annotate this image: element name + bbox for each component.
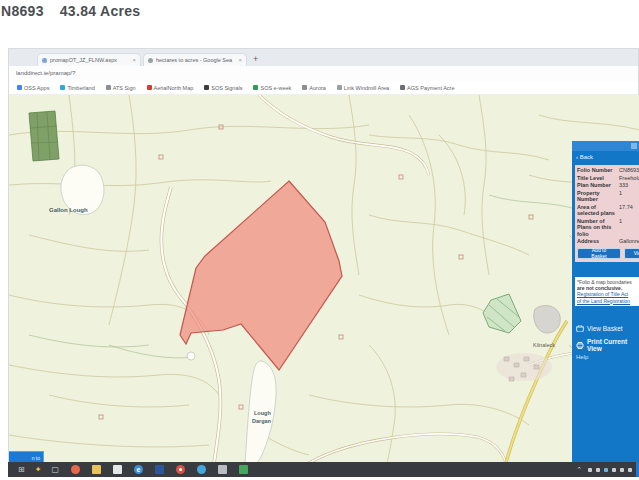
tab-close-icon[interactable]: × xyxy=(132,57,136,63)
print-current-view-link[interactable]: Print Current View xyxy=(576,338,639,352)
tray-icon[interactable] xyxy=(628,468,632,472)
tray-chevron-icon[interactable]: ⌃ xyxy=(576,466,582,474)
forest-patch-east xyxy=(483,294,521,333)
forest-patch-northwest xyxy=(29,111,59,161)
view-basket-link[interactable]: View Basket xyxy=(576,325,623,332)
bookmark-item[interactable]: SOS e-week xyxy=(253,85,291,91)
tab-label: hectares to acres - Google Sea xyxy=(156,57,235,63)
start-button[interactable]: ⊞ xyxy=(18,465,25,474)
help-link[interactable]: Help xyxy=(576,354,588,360)
close-icon[interactable] xyxy=(631,143,637,149)
green-app-icon[interactable] xyxy=(239,465,248,474)
bookmark-item[interactable]: OSS Apps xyxy=(17,85,49,91)
town-label: Kilnaleck xyxy=(533,342,555,348)
panel-header xyxy=(572,141,639,151)
disclaimer-note: *Folio & map boundaries are not conclusi… xyxy=(575,277,639,306)
edge-icon[interactable]: e xyxy=(134,465,143,474)
info-row: Title LevelFreehold xyxy=(577,175,639,182)
new-tab-button[interactable]: + xyxy=(253,53,258,66)
tray-icon[interactable] xyxy=(596,468,600,472)
map-info-panel: ‹ Back Folio NumberCN8693 Title LevelFre… xyxy=(572,141,639,463)
bookmark-item[interactable]: Link Windmill Area xyxy=(337,85,389,91)
tray-icon[interactable] xyxy=(620,468,624,472)
info-row: Folio NumberCN8693 xyxy=(577,167,639,174)
page-title: N869343.84 Acres xyxy=(1,3,140,19)
lake-label-gallon-lough: Gallon Lough xyxy=(49,207,88,213)
tab-close-icon[interactable]: × xyxy=(238,57,242,63)
tab-google-search[interactable]: hectares to acres - Google Sea × xyxy=(143,53,247,66)
bookmark-icon xyxy=(204,85,209,90)
firefox-icon[interactable] xyxy=(71,465,80,474)
folio-heading: N8693 xyxy=(1,3,44,19)
tab-strip: promapOT_JZ_FLNW.aspx × hectares to acre… xyxy=(9,49,638,66)
bookmark-item[interactable]: ATS Sign xyxy=(106,85,136,91)
bookmark-icon xyxy=(147,85,152,90)
popup-text-line1: n to xyxy=(32,455,40,461)
building-circle xyxy=(187,352,195,360)
file-explorer-icon[interactable] xyxy=(92,465,101,474)
gray-patch xyxy=(534,306,561,333)
tray-icon[interactable] xyxy=(612,468,616,472)
search-icon[interactable]: ✦ xyxy=(35,465,42,474)
info-row: Plan Number333 xyxy=(577,182,639,189)
chrome-icon[interactable] xyxy=(176,465,185,474)
info-row: AddressGallonreagh, A82 xyxy=(577,238,639,245)
url-field[interactable]: landdirect.ie/pramap/? xyxy=(16,70,75,76)
bookmark-item[interactable]: AGS Payment Acre xyxy=(400,85,454,91)
back-link[interactable]: ‹ Back xyxy=(576,154,593,160)
add-to-basket-button[interactable]: Add to Basket xyxy=(577,248,621,259)
bookmark-icon xyxy=(302,85,307,90)
basket-icon xyxy=(576,325,584,332)
lake-label-lough-line1: Lough xyxy=(254,410,271,416)
globe-icon xyxy=(148,58,153,63)
task-view-icon[interactable]: ▢ xyxy=(51,465,59,474)
bookmark-icon xyxy=(337,85,342,90)
lake-label-lough-line2: Dargan xyxy=(252,418,272,424)
tab-promap[interactable]: promapOT_JZ_FLNW.aspx × xyxy=(37,53,141,66)
photos-icon[interactable] xyxy=(113,465,122,474)
area-heading: 43.84 Acres xyxy=(60,3,141,19)
tray-icon[interactable] xyxy=(588,468,592,472)
windows-taskbar: ⊞ ✦ ▢ e ⌃ xyxy=(8,462,639,477)
land-registration-link[interactable]: of the Land Registration xyxy=(577,298,639,305)
bookmark-icon xyxy=(106,85,111,90)
map-svg: Gallon Lough Lough Dargan xyxy=(9,95,639,463)
selected-parcel-polygon[interactable] xyxy=(180,181,342,370)
bookmark-icon xyxy=(60,85,65,90)
info-row: Property Number1 xyxy=(577,190,639,203)
bookmarks-bar: OSS Apps Timberland ATS Sign AerialNorth… xyxy=(9,81,638,95)
browser-window: promapOT_JZ_FLNW.aspx × hectares to acre… xyxy=(8,48,639,462)
town-cluster xyxy=(496,353,552,381)
info-row: Number of Plans on this folio1 xyxy=(577,218,639,238)
bookmark-item[interactable]: AerialNorth Map xyxy=(147,85,194,91)
tab-label: promapOT_JZ_FLNW.aspx xyxy=(50,57,129,63)
tray-icon[interactable] xyxy=(604,468,608,472)
info-row: Area of selected plans17.74 xyxy=(577,204,639,217)
view-button[interactable]: View xyxy=(624,248,639,259)
word-icon[interactable] xyxy=(155,465,164,474)
folio-info-box: Folio NumberCN8693 Title LevelFreehold P… xyxy=(575,165,639,262)
bookmark-item[interactable]: Timberland xyxy=(60,85,94,91)
bookmark-item[interactable]: Aurora xyxy=(302,85,326,91)
desktop-screen: N869343.84 Acres promapOT_JZ_FLNW.aspx ×… xyxy=(0,0,639,480)
bookmark-icon xyxy=(17,85,22,90)
tab-favicon xyxy=(42,58,47,63)
printer-icon xyxy=(576,342,584,349)
address-bar: landdirect.ie/pramap/? xyxy=(9,66,638,82)
bookmark-item[interactable]: SOS Signals xyxy=(204,85,242,91)
map-canvas[interactable]: Gallon Lough Lough Dargan xyxy=(9,95,639,463)
bookmark-icon xyxy=(253,85,258,90)
people-icon[interactable] xyxy=(218,465,227,474)
bookmark-icon xyxy=(400,85,405,90)
skype-icon[interactable] xyxy=(197,465,206,474)
